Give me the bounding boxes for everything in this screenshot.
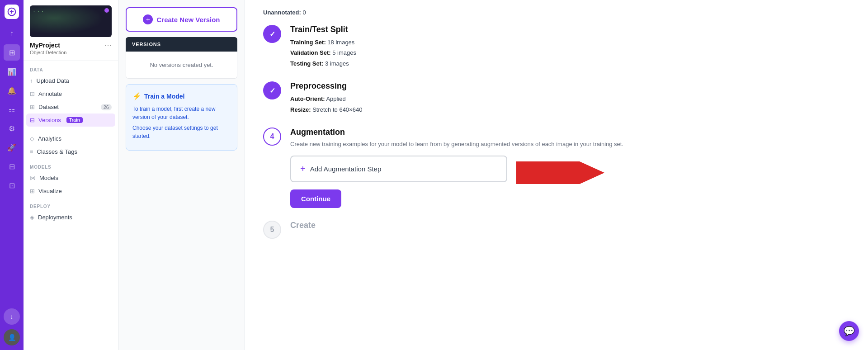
add-aug-label: Add Augmentation Step bbox=[310, 165, 382, 173]
step2-circle: ✓ bbox=[263, 25, 281, 43]
testing-label: Testing Set: bbox=[290, 60, 323, 67]
auto-orient-label: Auto-Orient: bbox=[290, 95, 325, 102]
arrow-head bbox=[580, 161, 604, 184]
no-versions-text: No versions created yet. bbox=[150, 61, 213, 68]
create-version-plus-icon: + bbox=[143, 14, 153, 24]
step5-title: Create bbox=[290, 221, 850, 230]
step3-content: Preprocessing Auto-Orient: Applied Resiz… bbox=[290, 81, 850, 115]
dataset-badge: 26 bbox=[101, 104, 112, 110]
train-model-title: ⚡ Train a Model bbox=[132, 92, 231, 100]
nav-download-icon[interactable]: ↓ bbox=[4, 308, 20, 325]
project-type: Object Detection bbox=[30, 50, 112, 55]
project-menu-button[interactable]: ⋯ bbox=[104, 41, 112, 49]
sidebar-item-upload-data[interactable]: ↑ Upload Data bbox=[24, 74, 118, 87]
analytics-icon: ◇ bbox=[30, 135, 34, 142]
main-content: Unannotated: 0 ✓ Train/Test Split Traini… bbox=[245, 0, 868, 350]
step-augmentation: 4 Augmentation Create new training examp… bbox=[263, 128, 850, 208]
nav-analytics-icon[interactable]: 📊 bbox=[4, 63, 20, 80]
step5-number: 5 bbox=[270, 226, 274, 234]
classes-tags-label: Classes & Tags bbox=[37, 148, 77, 155]
sidebar-item-deployments[interactable]: ◈ Deployments bbox=[24, 211, 118, 224]
add-augmentation-button[interactable]: + Add Augmentation Step bbox=[290, 156, 507, 182]
training-value: 18 images bbox=[327, 39, 354, 46]
step2-meta: Training Set: 18 images Validation Set: … bbox=[290, 37, 850, 69]
sidebar-item-visualize[interactable]: ⊞ Visualize bbox=[24, 184, 118, 198]
deployments-icon: ◈ bbox=[30, 214, 34, 221]
step4-number: 4 bbox=[270, 132, 274, 141]
sidebar-item-models[interactable]: ⋈ Models bbox=[24, 171, 118, 184]
visualize-icon: ⊞ bbox=[30, 188, 35, 194]
icon-bar: ↑ ⊞ 📊 🔔 ⚏ ⚙ 🚀 ⊟ ⊡ ↓ 👤 bbox=[0, 0, 24, 350]
upload-icon: ↑ bbox=[30, 77, 33, 84]
train-model-desc1: To train a model, first create a new ver… bbox=[132, 105, 231, 121]
nav-settings-icon[interactable]: ⚙ bbox=[4, 120, 20, 137]
training-label: Training Set: bbox=[290, 39, 326, 46]
sidebar-item-dataset[interactable]: ⊞ Dataset 26 bbox=[24, 100, 118, 114]
versions-header: VERSIONS bbox=[126, 37, 237, 52]
upload-data-label: Upload Data bbox=[37, 77, 69, 84]
train-model-desc2: Choose your dataset settings to get star… bbox=[132, 124, 231, 140]
chat-fab-button[interactable]: 💬 bbox=[839, 321, 859, 341]
train-model-card: ⚡ Train a Model To train a model, first … bbox=[126, 84, 237, 151]
nav-copy-icon[interactable]: ⊡ bbox=[4, 177, 20, 194]
project-thumbnail: · · · bbox=[30, 5, 112, 37]
testing-value: 3 images bbox=[325, 60, 349, 67]
nav-bell-icon[interactable]: 🔔 bbox=[4, 82, 20, 99]
validation-value: 5 images bbox=[332, 49, 356, 56]
step2-title: Train/Test Split bbox=[290, 25, 850, 34]
online-indicator bbox=[104, 8, 109, 13]
versions-icon: ⊟ bbox=[30, 117, 35, 123]
nav-grid-icon[interactable]: ⚏ bbox=[4, 101, 20, 118]
nav-dataset-icon[interactable]: ⊞ bbox=[4, 44, 20, 61]
versions-label: Versions bbox=[38, 117, 61, 123]
resize-label: Resize: bbox=[290, 106, 311, 113]
nav-upload-icon[interactable]: ↑ bbox=[4, 25, 20, 42]
data-section-label: DATA bbox=[24, 61, 118, 74]
step2-content: Train/Test Split Training Set: 18 images… bbox=[290, 25, 850, 69]
red-arrow-indicator bbox=[516, 161, 604, 184]
models-section-label: MODELS bbox=[24, 158, 118, 171]
project-name: MyProject bbox=[30, 42, 60, 49]
step3-circle: ✓ bbox=[263, 81, 281, 99]
app-logo bbox=[5, 5, 19, 19]
step-create: 5 Create bbox=[263, 221, 850, 239]
step-train-test-split: ✓ Train/Test Split Training Set: 18 imag… bbox=[263, 25, 850, 69]
add-aug-plus-icon: + bbox=[300, 164, 306, 174]
step5-content: Create bbox=[290, 221, 850, 233]
continue-label: Continue bbox=[301, 195, 330, 203]
models-icon: ⋈ bbox=[30, 175, 36, 181]
validation-label: Validation Set: bbox=[290, 49, 331, 56]
dataset-label: Dataset bbox=[38, 104, 59, 110]
versions-body: No versions created yet. bbox=[126, 52, 237, 79]
step3-title: Preprocessing bbox=[290, 81, 850, 91]
visualize-label: Visualize bbox=[38, 188, 62, 194]
models-label: Models bbox=[39, 175, 58, 181]
unannotated-label: Unannotated: bbox=[263, 9, 301, 16]
step4-description: Create new training examples for your mo… bbox=[290, 140, 850, 149]
versions-section: VERSIONS No versions created yet. bbox=[126, 37, 237, 79]
thumbnail-decoration: · · · bbox=[33, 9, 44, 14]
continue-button[interactable]: Continue bbox=[290, 189, 341, 208]
sidebar: · · · MyProject ⋯ Object Detection DATA … bbox=[24, 0, 118, 350]
sidebar-item-analytics[interactable]: ◇ Analytics bbox=[24, 132, 118, 145]
middle-panel: + Create New Version VERSIONS No version… bbox=[118, 0, 245, 350]
step5-circle: 5 bbox=[263, 221, 281, 239]
sidebar-item-versions[interactable]: ⊟ Versions Train bbox=[26, 114, 115, 127]
create-version-label: Create New Version bbox=[156, 16, 220, 24]
create-version-button[interactable]: + Create New Version bbox=[126, 7, 237, 32]
project-header: · · · MyProject ⋯ Object Detection bbox=[24, 0, 118, 61]
bolt-icon: ⚡ bbox=[132, 92, 142, 100]
train-badge: Train bbox=[66, 117, 83, 123]
sidebar-item-annotate[interactable]: ⊡ Annotate bbox=[24, 87, 118, 100]
nav-user-avatar[interactable]: 👤 bbox=[4, 329, 20, 345]
step4-title: Augmentation bbox=[290, 128, 850, 137]
sidebar-item-classes-tags[interactable]: ≡ Classes & Tags bbox=[24, 145, 118, 158]
auto-orient-value: Applied bbox=[326, 95, 345, 102]
arrow-body bbox=[516, 161, 580, 184]
nav-rocket-icon[interactable]: 🚀 bbox=[4, 139, 20, 156]
dataset-icon: ⊞ bbox=[30, 104, 35, 110]
deployments-label: Deployments bbox=[38, 214, 72, 221]
annotate-label: Annotate bbox=[38, 90, 62, 97]
step3-meta: Auto-Orient: Applied Resize: Stretch to … bbox=[290, 94, 850, 115]
nav-layers-icon[interactable]: ⊟ bbox=[4, 158, 20, 175]
